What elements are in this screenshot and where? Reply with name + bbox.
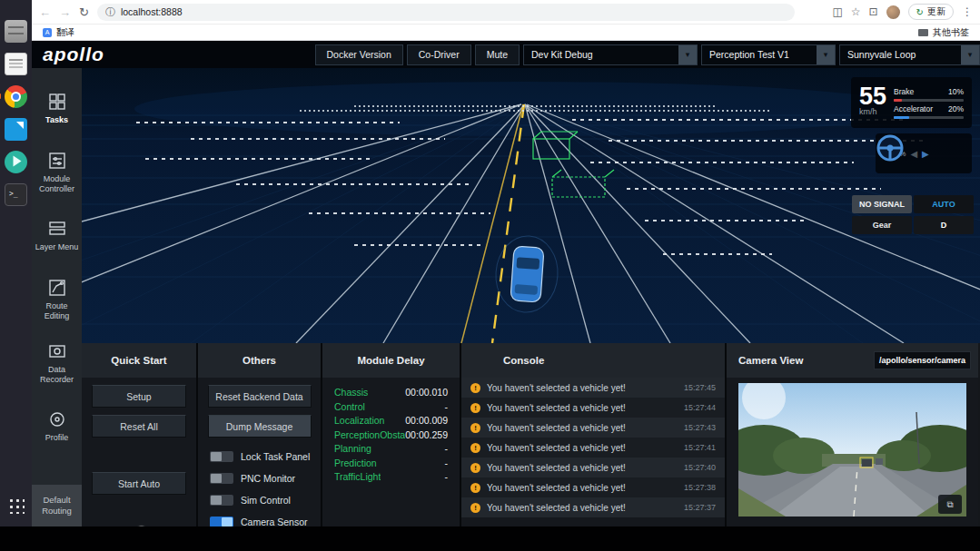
reset-all-button[interactable]: Reset All [92, 415, 186, 438]
vscode-icon[interactable] [5, 118, 27, 141]
app-grid-icon[interactable] [7, 497, 25, 514]
accelerator-value: 20% [948, 104, 964, 113]
mute-button[interactable]: Mute [475, 44, 520, 65]
toggle-label: PNC Monitor [241, 473, 295, 484]
sidebar-label: Route Editing [32, 301, 82, 321]
profile-avatar[interactable] [886, 5, 900, 19]
speed-panel: 55 km/h Brake10% Accelerator20% [851, 77, 972, 128]
panel-title: Camera View [738, 355, 803, 366]
co-driver-button[interactable]: Co-Driver [407, 44, 471, 65]
translate-icon: A [43, 28, 52, 37]
profile-icon [48, 410, 66, 428]
panel-title: Quick Start [82, 343, 196, 378]
camera-expand-button[interactable]: ⧉ [938, 495, 962, 514]
chevron-down-icon: ▾ [817, 45, 835, 64]
chrome-icon[interactable] [5, 85, 27, 108]
map-select-value: Sunnyvale Loop [840, 49, 961, 60]
toggle-sim-control[interactable]: Sim Control [198, 489, 321, 511]
update-refresh-icon: ↻ [916, 7, 924, 17]
apollo-sidebar: Tasks Module Controller Layer Menu Route… [32, 68, 82, 526]
module-delay-row: Prediction- [334, 457, 448, 471]
vehicle-visualization-3d[interactable]: 55 km/h Brake10% Accelerator20% 0 % ◀ ▶ … [82, 68, 980, 343]
sidebar-item-module-controller[interactable]: Module Controller [32, 141, 82, 204]
recorder-icon [48, 342, 66, 360]
start-auto-button[interactable]: Start Auto [92, 472, 186, 495]
sidebar-label: Profile [43, 433, 72, 443]
toggle-switch[interactable] [210, 517, 233, 526]
camera-topic-input[interactable]: /apollo/sensor/camera [874, 351, 971, 369]
toggle-switch[interactable] [210, 451, 233, 462]
mode-select[interactable]: Dev Kit Debug ▾ [523, 44, 698, 65]
sidebar-item-data-recorder[interactable]: Data Recorder [32, 331, 82, 395]
menu-icon[interactable]: ⋮ [962, 5, 973, 18]
panel-title: Console [461, 343, 725, 378]
dump-message-button[interactable]: Dump Message [208, 415, 312, 438]
panel-title: Module Delay [322, 343, 460, 378]
docker-version-button[interactable]: Docker Version [315, 44, 403, 65]
toggle-switch[interactable] [210, 473, 233, 484]
toggle-camera-sensor[interactable]: Camera Sensor [198, 511, 321, 526]
turn-signal-status: NO SIGNAL [852, 195, 912, 213]
remote-desktop-icon[interactable] [5, 151, 27, 173]
setup-button[interactable]: Setup [92, 385, 186, 408]
reset-backend-data-button[interactable]: Reset Backend Data [208, 385, 312, 408]
toggle-pnc-monitor[interactable]: PNC Monitor [198, 467, 321, 489]
forward-icon[interactable]: → [59, 6, 71, 18]
map-select[interactable]: Sunnyvale Loop ▾ [839, 44, 980, 65]
reload-icon[interactable]: ↻ [79, 6, 89, 18]
warning-icon: ! [470, 483, 480, 493]
brake-value: 10% [948, 87, 964, 96]
warning-icon: ! [470, 423, 480, 433]
sidebar-item-route-editing[interactable]: Route Editing [32, 268, 82, 331]
toggle-lock-task-panel[interactable]: Lock Task Panel [198, 446, 321, 467]
chevron-down-icon: ▾ [961, 45, 979, 64]
toggle-label: Sim Control [241, 495, 291, 506]
sidebar-item-tasks[interactable]: Tasks [32, 77, 82, 141]
camera-feed-image [738, 383, 966, 517]
turn-left-icon: ◀ [910, 149, 917, 159]
os-dock [0, 0, 32, 526]
toggle-label: Camera Sensor [241, 517, 308, 526]
back-icon[interactable]: ← [39, 6, 51, 18]
sidebar-item-layer-menu[interactable]: Layer Menu [32, 204, 82, 268]
warning-icon: ! [470, 443, 480, 453]
tab-search-icon[interactable]: ⊡ [869, 5, 878, 18]
site-info-icon[interactable]: ⓘ [105, 5, 115, 19]
bottom-black-bar [0, 526, 980, 551]
terminal-icon[interactable] [5, 183, 27, 206]
folder-icon [918, 29, 928, 36]
files-app-icon[interactable] [5, 20, 27, 43]
toolbar-right: ◫ ☆ ⊡ ↻ 更新 ⋮ [832, 4, 973, 20]
module-delay-row: Control- [334, 400, 448, 415]
steering-wheel-icon [876, 133, 905, 162]
tasks-grid-icon [48, 93, 66, 111]
module-delay-row: Planning- [334, 442, 448, 457]
sidebar-label: Default Routing [32, 495, 82, 517]
bookmark-star-icon[interactable]: ☆ [851, 5, 861, 18]
vehicle-select[interactable]: Perception Test V1 ▾ [701, 44, 836, 65]
module-delay-row: PerceptionObstacl00:00.259 [334, 428, 448, 443]
console-panel: Console !You haven't selected a vehicle … [461, 343, 727, 526]
toggle-label: Lock Task Panel [241, 451, 310, 462]
bookmark-translate[interactable]: 翻译 [56, 26, 74, 39]
reading-list-icon[interactable]: ◫ [832, 5, 842, 18]
brake-label: Brake [894, 87, 914, 96]
address-bar[interactable]: ⓘ localhost:8888 [97, 4, 795, 21]
panel-title: Others [198, 343, 321, 378]
console-message: !You haven't selected a vehicle yet!15:2… [461, 458, 725, 477]
warning-icon: ! [470, 383, 480, 393]
toggle-switch[interactable] [210, 495, 233, 506]
sidebar-item-default-routing[interactable]: Default Routing [32, 485, 82, 526]
toggle-list: Lock Task Panel PNC Monitor Sim Control … [198, 446, 321, 526]
other-bookmarks[interactable]: 其他书签 [918, 26, 969, 39]
sidebar-item-profile[interactable]: Profile [32, 395, 82, 458]
road-scene [82, 68, 980, 343]
apollo-header: apollo Docker Version Co-Driver Mute Dev… [32, 41, 980, 68]
camera-view-panel: Camera View /apollo/sensor/camera [727, 343, 978, 526]
browser-update-button[interactable]: ↻ 更新 [908, 4, 954, 20]
console-message: !You haven't selected a vehicle yet!15:2… [461, 438, 725, 458]
console-message: !You haven't selected a vehicle yet!15:2… [461, 418, 725, 438]
text-editor-icon[interactable] [5, 53, 27, 75]
warning-icon: ! [470, 403, 480, 413]
sidebar-label: Data Recorder [32, 365, 82, 385]
